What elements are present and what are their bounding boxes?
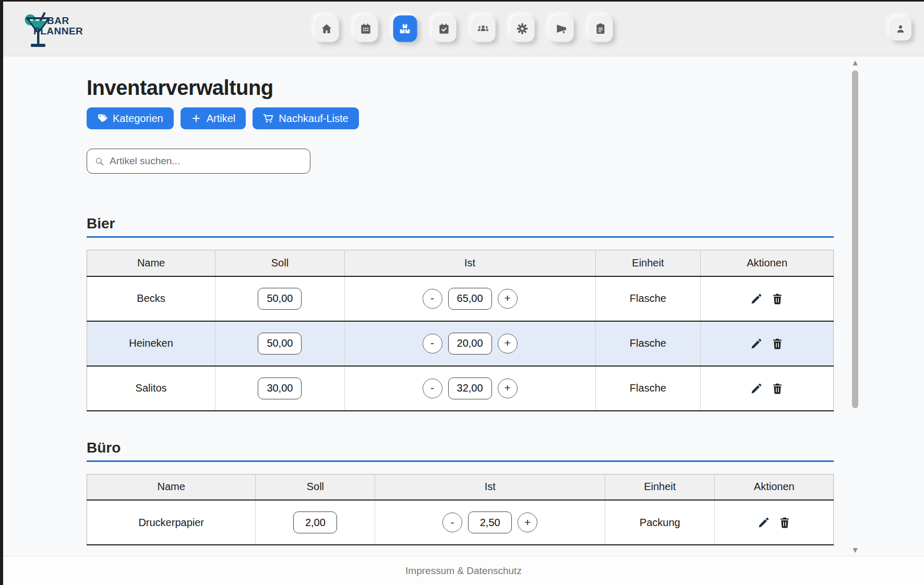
section-buero: Büro NameSollIstEinheitAktionen Druckerp… xyxy=(87,440,834,546)
artikel-label: Artikel xyxy=(207,113,236,125)
artikel-button[interactable]: Artikel xyxy=(181,107,246,129)
inventory-table-bier: NameSollIstEinheitAktionen Becks - xyxy=(87,250,834,411)
table-row: Becks - + Flasche xyxy=(87,276,834,321)
trash-icon xyxy=(771,337,784,350)
kategorien-label: Kategorien xyxy=(113,113,163,125)
table-row: Druckerpapier - + Packung xyxy=(87,500,834,545)
ist-input[interactable] xyxy=(448,333,492,355)
item-unit: Flasche xyxy=(595,366,701,411)
main-nav xyxy=(315,16,613,42)
nav-calendar-button[interactable] xyxy=(354,16,378,42)
actions-cell xyxy=(701,381,833,396)
ist-input[interactable] xyxy=(448,377,492,399)
boxes-icon xyxy=(399,23,411,35)
ist-stepper: - + xyxy=(345,377,595,399)
kategorien-button[interactable]: Kategorien xyxy=(87,107,174,129)
decrement-button[interactable]: - xyxy=(423,289,442,309)
table-header-row: NameSollIstEinheitAktionen xyxy=(87,474,834,500)
brand-logo: BAR PLANNER xyxy=(17,6,100,51)
search-input[interactable] xyxy=(110,155,303,167)
decrement-button[interactable]: - xyxy=(442,513,462,532)
scroll-up-arrow-icon[interactable]: ▲ xyxy=(851,59,859,66)
nav-home-button[interactable] xyxy=(315,16,339,42)
decrement-button[interactable]: - xyxy=(423,334,442,354)
nav-team-button[interactable] xyxy=(471,16,495,42)
plus-icon xyxy=(191,113,201,124)
column-header: Ist xyxy=(375,474,605,500)
actions-cell xyxy=(715,515,833,530)
pencil-icon xyxy=(758,516,770,529)
content-area: Inventarverwaltung Kategorien Artikel xyxy=(3,56,924,556)
nachkauf-liste-label: Nachkauf-Liste xyxy=(279,113,348,125)
item-unit: Flasche xyxy=(595,321,701,366)
column-header: Soll xyxy=(256,474,375,500)
soll-input[interactable] xyxy=(258,377,302,399)
profile-button[interactable] xyxy=(890,17,911,41)
column-header: Soll xyxy=(215,250,345,276)
actions-cell xyxy=(701,291,833,307)
nav-tasks-button[interactable] xyxy=(432,16,456,42)
column-header: Ist xyxy=(344,250,595,276)
home-icon xyxy=(321,23,333,35)
edit-button[interactable] xyxy=(749,381,764,396)
decrement-button[interactable]: - xyxy=(423,379,442,398)
page-title: Inventarverwaltung xyxy=(87,76,834,100)
cart-icon xyxy=(263,113,273,124)
nachkauf-liste-button[interactable]: Nachkauf-Liste xyxy=(253,107,358,129)
ist-input[interactable] xyxy=(448,288,492,310)
nav-inventory-button[interactable] xyxy=(393,16,417,42)
edit-button[interactable] xyxy=(756,515,772,530)
brand-name: BAR PLANNER xyxy=(33,16,83,36)
delete-button[interactable] xyxy=(777,515,793,530)
scroll-down-arrow-icon[interactable]: ▼ xyxy=(851,546,859,554)
calendar-icon xyxy=(360,23,372,35)
pencil-icon xyxy=(750,292,763,305)
edit-button[interactable] xyxy=(749,336,764,351)
column-header: Aktionen xyxy=(715,474,834,500)
table-row: Heineken - + Flasche xyxy=(87,321,834,366)
section-title: Büro xyxy=(87,440,834,462)
edit-button[interactable] xyxy=(749,291,764,307)
delete-button[interactable] xyxy=(770,336,785,351)
table-row: Salitos - + Flasche xyxy=(87,366,834,411)
soll-input[interactable] xyxy=(258,333,302,355)
pencil-icon xyxy=(750,382,763,395)
increment-button[interactable]: + xyxy=(498,379,518,398)
footer: Impressum & Datenschutz xyxy=(3,556,924,585)
person-icon xyxy=(895,23,906,34)
app-window: BAR PLANNER xyxy=(0,0,924,585)
item-name: Salitos xyxy=(87,366,215,411)
column-header: Aktionen xyxy=(701,250,834,276)
soll-input[interactable] xyxy=(293,511,337,533)
increment-button[interactable]: + xyxy=(518,513,537,532)
increment-button[interactable]: + xyxy=(498,334,518,354)
nav-settings-button[interactable] xyxy=(510,16,534,42)
pencil-icon xyxy=(750,337,763,350)
table-header-row: NameSollIstEinheitAktionen xyxy=(87,250,834,276)
nav-reports-button[interactable] xyxy=(589,16,613,42)
delete-button[interactable] xyxy=(770,381,785,396)
delete-button[interactable] xyxy=(770,291,785,307)
calendar-check-icon xyxy=(438,23,450,35)
inventory-table-buero: NameSollIstEinheitAktionen Druckerpapier… xyxy=(87,474,834,546)
item-name: Becks xyxy=(87,276,215,321)
megaphone-icon xyxy=(556,23,568,35)
search-box xyxy=(87,149,310,174)
soll-input[interactable] xyxy=(258,288,302,310)
column-header: Einheit xyxy=(605,474,715,500)
clipboard-list-icon xyxy=(595,23,607,35)
column-header: Name xyxy=(87,474,256,500)
ist-input[interactable] xyxy=(468,511,512,533)
item-unit: Packung xyxy=(605,500,715,545)
trash-icon xyxy=(771,382,784,395)
scrollbar-thumb[interactable] xyxy=(852,70,858,408)
column-header: Einheit xyxy=(595,250,701,276)
toolbar: Kategorien Artikel Nachkauf-Liste xyxy=(87,107,834,129)
gear-icon xyxy=(517,23,529,35)
nav-announcements-button[interactable] xyxy=(549,16,573,42)
impressum-link[interactable]: Impressum & Datenschutz xyxy=(405,565,522,577)
increment-button[interactable]: + xyxy=(498,289,518,309)
users-icon xyxy=(477,23,489,35)
item-unit: Flasche xyxy=(595,276,701,321)
trash-icon xyxy=(771,292,784,305)
